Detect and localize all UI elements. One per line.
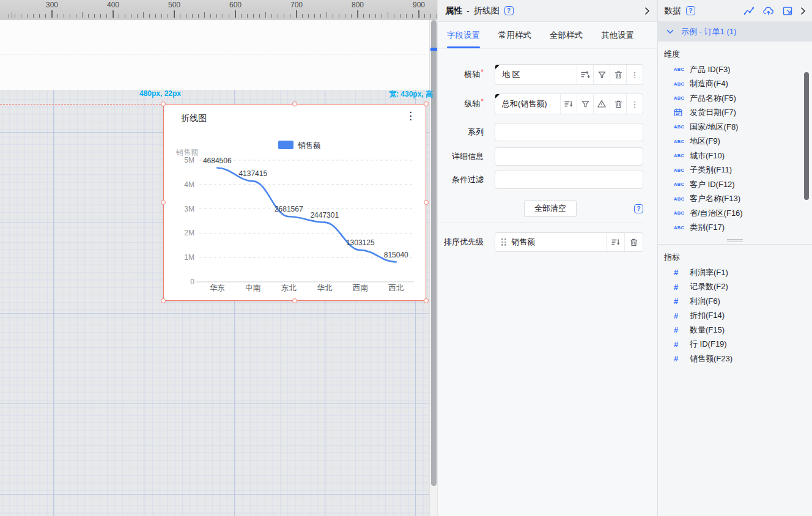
field-item-label: 利润(F6) <box>690 296 720 307</box>
x-axis-field-name: 地 区 <box>495 69 577 80</box>
number-field-icon: # <box>674 297 690 306</box>
series-line[interactable] <box>217 168 396 262</box>
horizontal-ruler: 300400500600700800900 <box>0 0 437 20</box>
x-axis-field-chip[interactable]: 地 区 ⋮ <box>495 64 643 85</box>
field-item[interactable]: #行 ID(F19) <box>658 337 812 352</box>
properties-title: 属性 <box>445 6 462 17</box>
text-field-icon: ABC <box>674 67 690 72</box>
field-more-kebab-icon[interactable]: ⋮ <box>626 65 643 84</box>
field-item[interactable]: ABC制造商(F4) <box>658 77 812 92</box>
dimension-corner-mark <box>495 65 500 69</box>
filter-drop-area[interactable] <box>495 171 643 189</box>
number-field-icon: # <box>674 268 690 277</box>
data-label: 2447301 <box>310 211 339 219</box>
detail-row: 详细信息 <box>438 147 643 166</box>
field-item[interactable]: #利润(F6) <box>658 294 812 309</box>
number-field-icon: # <box>674 340 690 349</box>
chart-legend[interactable]: 销售额 <box>278 141 321 150</box>
number-field-icon: # <box>674 311 690 320</box>
x-tick-label: 华东 <box>210 284 225 292</box>
panel-splitter[interactable] <box>658 240 812 245</box>
field-item[interactable]: ABC城市(F10) <box>658 149 812 163</box>
tab-2[interactable]: 常用样式 <box>498 22 531 48</box>
y-axis-field-chip[interactable]: 总和(销售额) ⋮ <box>495 94 643 114</box>
delete-field-icon[interactable] <box>610 94 626 114</box>
data-label: 4684506 <box>203 157 232 165</box>
dashboard-canvas[interactable]: 300400500600700800900 480px, 22px 宽: 430… <box>0 0 437 516</box>
filter-funnel-icon[interactable] <box>577 94 593 114</box>
series-row: 系列 <box>438 123 643 141</box>
ruler-number: 300 <box>46 1 58 9</box>
delete-field-icon[interactable] <box>624 233 643 251</box>
collapse-data-icon[interactable] <box>800 7 806 15</box>
alignment-guide-line <box>0 104 164 105</box>
tab-1[interactable]: 字段设置 <box>447 22 480 48</box>
y-axis-name: 销售额 <box>175 148 198 157</box>
field-item[interactable]: ABC产品名称(F5) <box>658 91 812 106</box>
x-tick-label: 华北 <box>317 284 333 292</box>
tab-3[interactable]: 全部样式 <box>550 22 583 48</box>
filter-funnel-icon[interactable] <box>593 65 610 84</box>
chart-menu-kebab-icon[interactable]: ⋮ <box>405 111 416 122</box>
ruler-number: 600 <box>229 1 242 9</box>
data-panel-scrollbar-thumb[interactable] <box>804 72 809 200</box>
ruler-major-tick <box>357 10 358 18</box>
dataset-selector[interactable]: 示例 - 订单1 (1) <box>658 22 812 42</box>
sort-desc-icon[interactable] <box>606 233 624 251</box>
warning-triangle-icon[interactable] <box>593 94 610 114</box>
resize-handle-ne[interactable] <box>424 101 429 106</box>
sort-desc-icon[interactable] <box>560 94 577 114</box>
delete-field-icon[interactable] <box>610 65 626 84</box>
data-label: 4137415 <box>238 169 267 178</box>
dimensions-section-label: 维度 <box>658 42 812 62</box>
line-chart: 销售额销售额01M2M3M4M5M华东中南东北华北西南西北46845064137… <box>164 138 427 298</box>
resize-handle-w[interactable] <box>161 200 166 205</box>
text-field-icon: ABC <box>674 139 690 144</box>
clear-all-button[interactable]: 全部清空 <box>524 200 577 217</box>
field-item[interactable]: #数量(F15) <box>658 323 812 337</box>
select-dataset-icon[interactable] <box>783 6 793 16</box>
field-item[interactable]: ABC客户名称(F13) <box>658 192 812 207</box>
clear-all-help-icon[interactable]: ? <box>634 204 643 213</box>
resize-handle-se[interactable] <box>424 298 429 303</box>
cloud-upload-icon[interactable] <box>763 6 774 16</box>
y-axis-label: 纵轴* <box>438 94 484 109</box>
data-help-icon[interactable]: ? <box>686 6 695 15</box>
resize-handle-e[interactable] <box>424 200 429 205</box>
sort-updown-icon[interactable] <box>577 65 593 84</box>
field-item[interactable]: ABC产品 ID(F3) <box>658 62 812 77</box>
field-more-kebab-icon[interactable]: ⋮ <box>626 94 643 114</box>
y-tick-label: 1M <box>184 253 194 262</box>
series-drop-area[interactable] <box>495 123 643 141</box>
properties-help-icon[interactable]: ? <box>504 6 514 15</box>
resize-handle-sw[interactable] <box>161 298 166 303</box>
field-manage-icon[interactable] <box>744 6 755 16</box>
line-chart-widget[interactable]: 折线图 ⋮ 销售额销售额01M2M3M4M5M华东中南东北华北西南西北46845… <box>163 104 426 301</box>
field-item[interactable]: ABC省/自治区(F16) <box>658 206 812 221</box>
required-asterisk: * <box>481 68 484 76</box>
chart-title: 折线图 <box>181 113 207 124</box>
field-item[interactable]: #记录数(F2) <box>658 280 812 295</box>
field-item[interactable]: ABC类别(F17) <box>658 221 812 235</box>
field-item-label: 客户名称(F13) <box>690 193 740 204</box>
resize-handle-s[interactable] <box>292 298 297 303</box>
tab-4[interactable]: 其他设置 <box>601 22 634 48</box>
drag-handle-icon[interactable] <box>501 238 506 246</box>
field-item[interactable]: #折扣(F14) <box>658 309 812 323</box>
field-item[interactable]: ABC客户 ID(F12) <box>658 177 812 192</box>
resize-handle-nw[interactable] <box>161 101 166 106</box>
field-item[interactable]: ABC地区(F9) <box>658 135 812 149</box>
series-label: 系列 <box>438 123 484 138</box>
field-item[interactable]: #销售额(F23) <box>658 352 812 366</box>
sort-priority-row: 排序优先级 销售额 <box>438 232 643 252</box>
collapse-properties-icon[interactable] <box>644 7 650 15</box>
field-item[interactable]: ABC国家/地区(F8) <box>658 120 812 135</box>
detail-drop-area[interactable] <box>495 147 643 166</box>
field-item[interactable]: #利润率(F1) <box>658 265 812 280</box>
resize-handle-n[interactable] <box>292 101 297 106</box>
sort-priority-chip[interactable]: 销售额 <box>495 232 643 252</box>
field-item[interactable]: 发货日期(F7) <box>658 106 812 120</box>
y-axis-row: 纵轴* 总和(销售额) ⋮ <box>438 94 643 114</box>
field-item[interactable]: ABC子类别(F11) <box>658 163 812 178</box>
sort-priority-label: 排序优先级 <box>438 232 484 248</box>
